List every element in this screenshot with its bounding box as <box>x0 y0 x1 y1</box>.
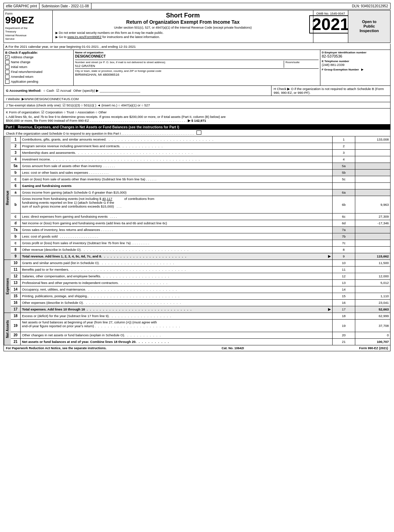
ein-value: 82-5370536 <box>322 54 389 58</box>
ein-label: D Employer identification number <box>322 51 389 54</box>
line-ref-1: 1 <box>333 136 355 143</box>
net-assets-section: Net Assets 18 Excess or (deficit) for th… <box>3 313 391 345</box>
line-num-16: 16 <box>11 300 21 306</box>
revenue-line-3: 3 Membership dues and assessments . . . … <box>11 150 390 156</box>
short-form-title: Short Form <box>55 12 310 19</box>
checkbox-application-pending-box[interactable] <box>5 80 9 84</box>
line-num-7b: b <box>11 233 21 240</box>
line-ref-6 <box>333 183 355 189</box>
revenue-line-2: 2 Program service revenue including gove… <box>11 143 390 150</box>
center-block: Short Form Return of Organization Exempt… <box>53 10 313 43</box>
part1-header: Part I Revenue, Expenses, and Changes in… <box>3 125 391 130</box>
dln: DLN: 93492312012952 <box>91 3 390 9</box>
inst-line1: ▶ Do not enter social security numbers o… <box>55 31 310 35</box>
line-amount-6d: -17,346 <box>355 220 390 226</box>
line-ref-12: 12 <box>333 273 355 279</box>
address-value: 512 GRATEN <box>75 64 282 68</box>
expense-line-15: 15 Printing, publications, postage, and … <box>11 293 390 300</box>
gh-row: G Accounting Method: ○ Cash ☑ Accrual Ot… <box>3 86 391 96</box>
line-num-7a: 7a <box>11 227 21 233</box>
kl-section: K Form of organization: ☑ Corporation ○ … <box>3 108 391 125</box>
line-amount-7c <box>355 240 390 246</box>
line-ref-6a: 6a <box>333 189 355 196</box>
line-ref-7a: 7a <box>333 227 355 233</box>
accounting-section: G Accounting Method: ○ Cash ☑ Accrual Ot… <box>4 86 272 96</box>
line-num-5c: c <box>11 176 21 182</box>
line-amount-7b <box>355 233 390 240</box>
line-num-21: 21 <box>11 339 21 345</box>
revenue-line-6b: b Gross income from fundraising events (… <box>11 196 390 213</box>
room-label: Room/suite <box>285 61 319 64</box>
revenue-line-4: 4 Investment income . . . . . . . . . . … <box>11 156 390 163</box>
line-ref-9: 9 <box>333 253 355 260</box>
return-title: Return of Organization Exempt From Incom… <box>55 19 310 25</box>
checkbox-name-change[interactable]: Name change <box>5 60 72 64</box>
c-name-label: Name of organization <box>75 51 319 54</box>
checkbox-application-pending[interactable]: Application pending <box>5 80 72 84</box>
line-num-6b: b <box>11 196 21 213</box>
line-num-17: 17 <box>11 306 21 313</box>
checkbox-amended-return-box[interactable] <box>5 75 9 79</box>
revenue-line-8: 8 Other revenue (describe in Schedule O)… <box>11 247 390 253</box>
line-amount-16: 23,041 <box>355 300 390 306</box>
line-ref-6b: 6b <box>333 196 355 213</box>
line-desc-7c: Gross profit or (loss) from sales of inv… <box>21 240 333 246</box>
line-desc-7b: Less: cost of goods sold . . . . . . . .… <box>21 233 333 240</box>
expense-line-11: 11 Benefits paid to or for members . . .… <box>11 267 390 273</box>
cat-label: Cat. No. 10642I <box>222 346 244 350</box>
line-num-15: 15 <box>11 293 21 299</box>
line-desc-6a: Gross income from gaming (attach Schedul… <box>21 189 333 196</box>
line-desc-20: Other changes in net assets or fund bala… <box>21 332 333 338</box>
submission-date: Submission Date - 2022-11-08 <box>39 3 91 9</box>
checkbox-address-change-box[interactable] <box>5 55 9 59</box>
line-amount-9: 115,662 <box>355 253 390 260</box>
line-num-18: 18 <box>11 313 21 319</box>
checkbox-initial-return-box[interactable] <box>5 65 9 69</box>
net-assets-vert-label: Net Assets <box>4 313 11 345</box>
revenue-line-7a: 7a Gross sales of inventory, less return… <box>11 227 390 233</box>
line-desc-2: Program service revenue including govern… <box>21 143 333 149</box>
part1-check-row: Check if the organization used Schedule … <box>3 130 391 136</box>
city-label: City or town, state or province, country… <box>75 69 319 73</box>
l-row: L Add lines 5b, 6c, and 7b to line 9 to … <box>6 115 388 122</box>
open-inspect-block: Open toPublicInspection <box>348 10 390 43</box>
checkbox-final-return[interactable]: Final return/terminated <box>5 70 72 74</box>
tax-row: J Tax-exempt status (check only one): ☑ … <box>3 102 391 108</box>
b-section: B Check if applicable: Address change Na… <box>4 50 74 85</box>
checkbox-amended-return[interactable]: Amended return <box>5 75 72 79</box>
year-2021: 2021 <box>309 15 352 33</box>
expense-line-17: 17 Total expenses. Add lines 10 through … <box>11 306 390 313</box>
checkbox-address-change[interactable]: Address change <box>5 55 72 59</box>
revenue-line-6c: c Less: direct expenses from gaming and … <box>11 213 390 220</box>
year-block: OMB No. 1545-0047 2021 <box>313 10 348 43</box>
line-num-10: 10 <box>11 260 21 266</box>
line-desc-7a: Gross sales of inventory, less returns a… <box>21 227 333 233</box>
revenue-line-6d: d Net income or (loss) from gaming and f… <box>11 220 390 227</box>
form-990ez: 990EZ <box>5 15 34 25</box>
g-label: G Accounting Method: <box>6 89 42 92</box>
revenue-line-6a: a Gross income from gaming (attach Sched… <box>11 189 390 196</box>
line-num-14: 14 <box>11 286 21 293</box>
checkbox-final-return-box[interactable] <box>5 70 9 74</box>
line-num-19: 19 <box>11 320 21 332</box>
top-bar: efile GRAPHIC print Submission Date - 20… <box>3 3 391 9</box>
h-section: H Check ▶ O if the organization is not r… <box>272 86 390 96</box>
line-num-20: 20 <box>11 332 21 338</box>
line-num-6a: a <box>11 189 21 196</box>
checkbox-name-change-box[interactable] <box>5 60 9 64</box>
expense-line-12: 12 Salaries, other compensation, and emp… <box>11 273 390 280</box>
line-ref-20: 20 <box>333 332 355 338</box>
line-num-13: 13 <box>11 280 21 286</box>
line-amount-5b <box>355 170 390 176</box>
line-amount-1: 133,008 <box>355 136 390 143</box>
line-amount-15: 1,110 <box>355 293 390 299</box>
line-amount-18: 62,999 <box>355 313 390 319</box>
amended-return-label: Amended return <box>11 75 34 78</box>
line-amount-8 <box>355 247 390 253</box>
revenue-content: 1 Contributions, gifts, grants, and simi… <box>11 136 390 260</box>
line-ref-11: 11 <box>333 267 355 273</box>
revenue-line-7c: c Gross profit or (loss) from sales of i… <box>11 240 390 247</box>
city-value: BIRMINGHAN, MI 480096516 <box>75 73 319 76</box>
line-ref-19: 19 <box>333 320 355 332</box>
checkbox-initial-return[interactable]: Initial return <box>5 65 72 69</box>
